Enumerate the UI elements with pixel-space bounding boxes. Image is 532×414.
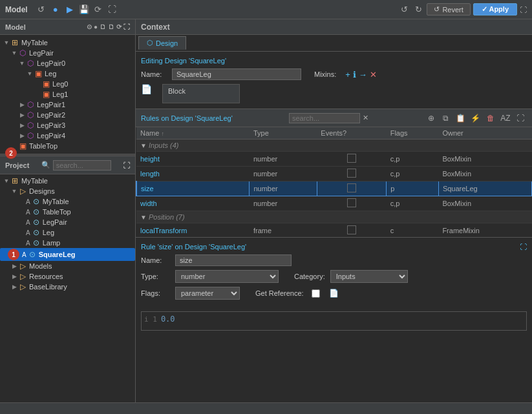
rules-delete-btn[interactable]: 🗑 xyxy=(484,112,497,125)
proj-icon-resources: ▷ xyxy=(18,272,27,281)
proj-item-squareleg-d[interactable]: 1 A ⊙ SquareLeg xyxy=(0,248,135,261)
mixin-block-label: Block xyxy=(168,87,186,95)
arrow-legpair3[interactable]: ▶ xyxy=(18,122,26,129)
refresh-icon[interactable]: ⟳ xyxy=(92,4,104,16)
tree-item-legpair3[interactable]: ▶ ⬡ LegPair3 xyxy=(0,120,135,130)
tree-item-leg1[interactable]: ▶ ▣ Leg1 xyxy=(0,89,135,99)
rule-detail-expand-icon[interactable]: ⛶ xyxy=(520,243,527,251)
expand-icon[interactable]: ⛶ xyxy=(107,4,118,16)
checkbox-width[interactable] xyxy=(347,198,356,207)
arrow-legpair4[interactable]: ▶ xyxy=(18,132,26,139)
rule-name-field[interactable] xyxy=(175,254,292,266)
arrow-mytable[interactable]: ▼ xyxy=(3,39,10,46)
rules-paste-btn[interactable]: 📋 xyxy=(454,112,467,125)
proj-item-baselibrary[interactable]: ▶ ▷ BaseLibrary xyxy=(0,282,135,292)
rules-search-clear[interactable]: ✕ xyxy=(363,114,368,122)
tab-design[interactable]: ⬡ Design xyxy=(138,36,186,50)
rules-lightning-btn[interactable]: ⚡ xyxy=(469,112,482,125)
arrow-leg[interactable]: ▼ xyxy=(26,70,34,77)
editing-label: Editing Design 'SquareLeg' xyxy=(141,57,527,65)
arrow-legpair2[interactable]: ▶ xyxy=(18,112,26,118)
project-expand-icon[interactable]: ⛶ xyxy=(123,161,130,169)
undo-icon[interactable]: ↺ xyxy=(36,4,47,16)
arrow-legpair0[interactable]: ▼ xyxy=(18,60,26,67)
checkbox-size[interactable] xyxy=(347,183,356,192)
code-area[interactable]: i 1 0.0 xyxy=(141,311,527,331)
tree-item-leg[interactable]: ▼ ▣ Leg xyxy=(0,68,135,79)
get-ref-checkbox[interactable] xyxy=(312,289,320,298)
proj-item-mytable-d[interactable]: ▶ A ⊙ MyTable xyxy=(0,196,135,207)
proj-item-tabletop-d[interactable]: ▶ A ⊙ TableTop xyxy=(0,207,135,217)
proj-item-mytable[interactable]: ▼ ⊞ MyTable xyxy=(0,176,135,186)
checkbox-length[interactable] xyxy=(347,169,356,178)
proj-item-resources[interactable]: ▶ ▷ Resources xyxy=(0,271,135,282)
tree-item-legpair0[interactable]: ▼ ⬡ LegPair0 xyxy=(0,58,135,68)
model-icon3[interactable]: 🗋 xyxy=(100,23,106,30)
arrow-legpair1[interactable]: ▶ xyxy=(18,101,26,108)
tree-item-legpair4[interactable]: ▶ ⬡ LegPair4 xyxy=(0,130,135,141)
checkbox-localtransform[interactable] xyxy=(347,225,356,234)
rules-add-btn[interactable]: ⊕ xyxy=(425,112,438,125)
revert-button[interactable]: ↺ Revert xyxy=(427,3,470,16)
project-search-input[interactable] xyxy=(53,160,111,171)
rules-search-input[interactable] xyxy=(289,113,360,123)
rules-expand2-btn[interactable]: ⛶ xyxy=(514,112,527,125)
tree-item-legpair1[interactable]: ▶ ⬡ LegPair1 xyxy=(0,99,135,110)
mixin-info-icon[interactable]: ℹ xyxy=(353,70,356,79)
tree-item-mytable[interactable]: ▼ ⊞ MyTable xyxy=(0,37,135,48)
icon-mytable: ⊞ xyxy=(10,38,19,47)
tree-item-tabletop[interactable]: ▶ ▣ TableTop xyxy=(0,141,135,151)
table-row[interactable]: height number c,p BoxMixin xyxy=(136,152,532,167)
arrow-legpair[interactable]: ▼ xyxy=(10,50,18,56)
model-icon5[interactable]: ⟳ xyxy=(116,23,122,30)
mixin-edit-icon[interactable]: → xyxy=(359,70,367,79)
tree-item-legpair[interactable]: ▼ ⬡ LegPair xyxy=(0,48,135,58)
table-row[interactable]: localTransform frame c FrameMixin xyxy=(136,223,532,238)
context-label: Context xyxy=(141,23,170,32)
tab-bar: ⬡ Design xyxy=(136,35,532,52)
proj-item-models[interactable]: ▶ ▷ Models xyxy=(0,261,135,271)
context-redo-icon[interactable]: ↻ xyxy=(412,4,424,16)
label-legpair: LegPair xyxy=(29,49,54,57)
section-inputs: ▼ Inputs (4) xyxy=(136,140,532,152)
rules-sort-az-btn[interactable]: AZ xyxy=(499,112,512,125)
rules-copy-btn[interactable]: ⧉ xyxy=(440,112,452,125)
mixin-add-icon[interactable]: + xyxy=(345,70,350,79)
proj-item-lamp-d[interactable]: ▶ A ⊙ Lamp xyxy=(0,238,135,248)
mixin-delete-icon[interactable]: ✕ xyxy=(370,70,377,79)
tree-item-leg0[interactable]: ▶ ▣ Leg0 xyxy=(0,79,135,89)
model-icon1[interactable]: ⊙ xyxy=(87,23,92,30)
rule-flags-select[interactable]: parameter xyxy=(175,287,240,300)
redo-icon[interactable]: ● xyxy=(50,4,61,16)
table-row[interactable]: length number c,p BoxMixin xyxy=(136,167,532,181)
col-flags-header: Flags xyxy=(387,127,439,140)
cell-localtransform-events xyxy=(317,223,386,238)
rule-type-select[interactable]: number xyxy=(175,270,279,283)
apply-button[interactable]: ✓ Apply xyxy=(473,3,517,16)
proj-item-leg-d[interactable]: ▶ A ⊙ Leg xyxy=(0,227,135,238)
proj-item-legpair-d[interactable]: ▶ A ⊙ LegPair xyxy=(0,217,135,227)
cell-length-name: length xyxy=(136,167,250,181)
sort-arrow: ↑ xyxy=(161,130,164,137)
design-name-input[interactable] xyxy=(172,68,301,80)
cell-length-events xyxy=(317,167,386,181)
proj-item-designs[interactable]: ▼ ▷ Designs xyxy=(0,186,135,196)
proj-icon-legpair-d: ⊙ xyxy=(32,218,41,227)
context-undo-icon[interactable]: ↺ xyxy=(398,4,410,16)
model-expand-icon[interactable]: ⛶ xyxy=(123,23,130,30)
table-row[interactable]: width number c,p BoxMixin xyxy=(136,196,532,211)
model-icon4[interactable]: 🗋 xyxy=(108,23,114,30)
category-select[interactable]: Inputs xyxy=(330,270,408,283)
table-row-selected[interactable]: size number p SquareLeg xyxy=(136,181,532,196)
context-expand-icon[interactable]: ⛶ xyxy=(520,6,527,14)
doc-icon[interactable]: 📄 xyxy=(141,84,152,94)
save-icon[interactable]: 💾 xyxy=(78,4,90,16)
run-icon[interactable]: ▶ xyxy=(64,4,76,16)
cell-length-flags: c,p xyxy=(387,167,439,181)
model-icon2[interactable]: ● xyxy=(94,23,98,30)
checkbox-height[interactable] xyxy=(347,154,356,163)
get-ref-doc-icon[interactable]: 📄 xyxy=(329,289,339,298)
mixins-box: Block xyxy=(162,84,240,103)
project-header: Project 🔍 ⛶ xyxy=(0,156,135,174)
tree-item-legpair2[interactable]: ▶ ⬡ LegPair2 xyxy=(0,110,135,120)
